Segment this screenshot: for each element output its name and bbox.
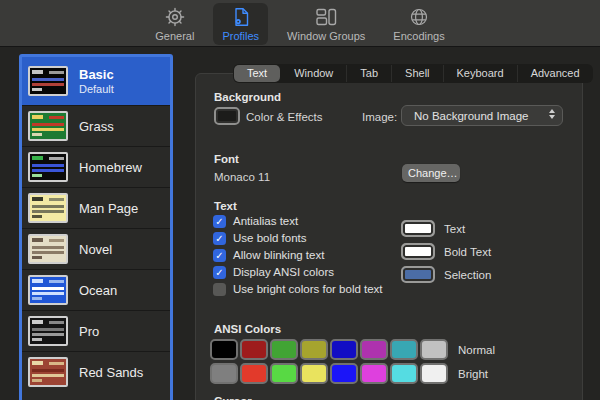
ansi-swatch-normal-blue[interactable] (330, 339, 358, 360)
background-image-dropdown[interactable]: No Background Image (401, 105, 563, 126)
toolbar-label-window-groups: Window Groups (287, 30, 365, 42)
ansi-swatch-normal-green[interactable] (270, 339, 298, 360)
checkbox-row: ✓ Use bold fonts (213, 231, 383, 245)
bold-text-color-well[interactable] (401, 243, 435, 260)
bright-bold-checkbox[interactable] (213, 283, 226, 296)
profile-thumbnail (28, 357, 68, 387)
font-value: Monaco 11 (214, 171, 270, 183)
well-row: Selection (401, 266, 491, 283)
toolbar-item-profiles[interactable]: Profiles (213, 3, 268, 45)
thumbnail-line (32, 174, 42, 177)
thumbnail-line (49, 280, 64, 283)
text-color-well[interactable] (401, 220, 435, 237)
profile-item-basic[interactable]: Basic Default (22, 57, 170, 105)
ansi-swatch-normal-white[interactable] (420, 339, 448, 360)
thumbnail-line (49, 239, 64, 242)
profile-item-ocean[interactable]: Ocean (22, 269, 170, 310)
toolbar-item-general[interactable]: General (146, 3, 203, 45)
selection-color-label: Selection (444, 269, 491, 281)
profile-item-homebrew[interactable]: Homebrew (22, 146, 170, 187)
ansi-swatch-bright-green[interactable] (270, 363, 298, 384)
bold-fonts-label: Use bold fonts (233, 232, 307, 244)
thumbnail-line (32, 279, 43, 283)
profile-item-grass[interactable]: Grass (22, 105, 170, 146)
thumbnail-line (32, 210, 64, 213)
ansi-swatch-bright-blue[interactable] (330, 363, 358, 384)
thumbnail-line (32, 215, 42, 218)
checkbox-row: ✓ Antialias text (213, 214, 383, 228)
ansi-swatch-bright-white[interactable] (420, 363, 448, 384)
tab-window[interactable]: Window (281, 65, 346, 82)
thumbnail-line (32, 123, 64, 126)
profile-item-red-sands[interactable]: Red Sands (22, 351, 170, 392)
ansi-colors-checkbox[interactable]: ✓ (213, 266, 226, 279)
cursor-heading: Cursor (214, 395, 252, 400)
ansi-swatch-normal-magenta[interactable] (360, 339, 388, 360)
profile-name: Novel (79, 242, 112, 257)
bright-row-label: Bright (458, 368, 488, 380)
ansi-swatch-bright-cyan[interactable] (390, 363, 418, 384)
change-font-button[interactable]: Change… (402, 164, 460, 182)
thumbnail-line (32, 205, 64, 208)
thumbnail-line (32, 338, 42, 341)
ansi-swatch-bright-magenta[interactable] (360, 363, 388, 384)
text-color-label: Text (444, 223, 465, 235)
thumbnail-line (32, 251, 64, 254)
profile-thumbnail (28, 111, 68, 141)
background-heading: Background (214, 91, 281, 103)
thumbnail-line (49, 116, 64, 119)
profile-name: Ocean (79, 283, 117, 298)
toolbar-item-encodings[interactable]: Encodings (384, 3, 453, 45)
antialias-checkbox[interactable]: ✓ (213, 215, 226, 228)
ansi-swatch-bright-red[interactable] (240, 363, 268, 384)
thumbnail-line (32, 83, 64, 86)
profile-name: Man Page (79, 201, 138, 216)
preferences-window: General Profiles Window Groups Encodings (0, 0, 600, 400)
ansi-swatch-normal-red[interactable] (240, 339, 268, 360)
profile-document-icon (230, 5, 252, 29)
bold-fonts-checkbox[interactable]: ✓ (213, 232, 226, 245)
tab-shell[interactable]: Shell (391, 65, 442, 82)
antialias-label: Antialias text (233, 215, 298, 227)
ansi-swatch-bright-yellow[interactable] (300, 363, 328, 384)
font-heading: Font (214, 153, 239, 165)
background-color-well[interactable] (214, 107, 240, 125)
ansi-swatch-normal-cyan[interactable] (390, 339, 418, 360)
background-image-value: No Background Image (414, 110, 528, 122)
thumbnail-line (32, 88, 42, 91)
dropdown-stepper-icon (549, 109, 555, 119)
profile-thumbnail (28, 152, 68, 182)
bold-text-color-label: Bold Text (444, 246, 491, 258)
thumbnail-line (32, 133, 42, 136)
well-row: Text (401, 220, 491, 237)
text-color-wells: Text Bold Text Selection (401, 220, 491, 289)
toolbar-label-profiles: Profiles (222, 30, 259, 42)
globe-icon (408, 5, 430, 29)
thumbnail-line (32, 164, 64, 167)
toolbar-label-encodings: Encodings (393, 30, 444, 42)
profile-subtitle: Default (79, 83, 114, 95)
profile-item-pro[interactable]: Pro (22, 310, 170, 351)
thumbnail-line (32, 333, 64, 336)
selection-color-well[interactable] (401, 266, 435, 283)
toolbar-item-window-groups[interactable]: Window Groups (278, 3, 374, 45)
tab-tab[interactable]: Tab (346, 65, 391, 82)
tab-text[interactable]: Text (234, 65, 280, 82)
thumbnail-line (32, 320, 43, 324)
bright-bold-label: Use bright colors for bold text (233, 283, 383, 295)
tab-advanced[interactable]: Advanced (517, 65, 593, 82)
profile-item-man-page[interactable]: Man Page (22, 187, 170, 228)
window-groups-icon (314, 5, 338, 29)
tab-keyboard[interactable]: Keyboard (443, 65, 517, 82)
ansi-swatch-normal-black[interactable] (210, 339, 238, 360)
profile-item-novel[interactable]: Novel (22, 228, 170, 269)
profile-thumbnail (28, 275, 68, 305)
profile-thumbnail (28, 316, 68, 346)
well-row: Bold Text (401, 243, 491, 260)
ansi-swatch-normal-yellow[interactable] (300, 339, 328, 360)
toolbar-label-general: General (155, 30, 194, 42)
blinking-text-checkbox[interactable]: ✓ (213, 249, 226, 262)
ansi-swatch-bright-black[interactable] (210, 363, 238, 384)
checkbox-row: ✓ Allow blinking text (213, 248, 383, 262)
thumbnail-line (32, 238, 43, 242)
